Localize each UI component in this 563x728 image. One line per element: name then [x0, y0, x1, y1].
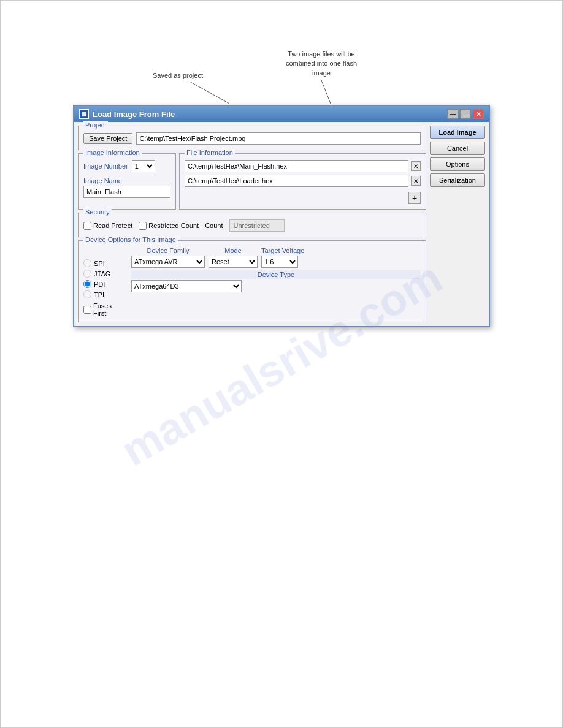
restricted-count-checkbox[interactable]	[139, 222, 147, 230]
fuses-first-checkbox[interactable]	[83, 306, 91, 314]
jtag-radio[interactable]	[83, 270, 91, 278]
image-number-row: Image Number 1 2 3	[83, 160, 170, 172]
file-remove-2-button[interactable]: ✕	[411, 176, 421, 186]
image-name-label: Image Name	[83, 177, 170, 184]
load-image-button[interactable]: Load Image	[430, 126, 485, 139]
restricted-count-label: Restricted Count	[139, 222, 199, 230]
security-label: Security	[83, 208, 112, 216]
dialog-icon: ▦	[79, 109, 89, 119]
maximize-button[interactable]: □	[460, 109, 471, 119]
mode-col-label: Mode	[209, 247, 258, 254]
spi-radio-label: SPI	[83, 259, 126, 267]
security-row: Read Protect Restricted Count Count	[83, 219, 421, 232]
device-options-section: Device Options for This Image SPI JTAG	[78, 240, 426, 322]
minimize-button[interactable]: —	[447, 109, 458, 119]
device-grid-top: Device Family ATxmega AVR ATmega ATtiny …	[131, 247, 421, 268]
page-wrapper: Saved as project Two image files will be…	[0, 0, 563, 728]
serialization-button[interactable]: Serialization	[430, 173, 485, 187]
device-type-row: Device Type ATxmega64D3 ATxmega128A1 ATx…	[131, 270, 421, 292]
target-voltage-select[interactable]: 1.6 3.3 5.0	[261, 256, 298, 268]
device-grid: Device Family ATxmega AVR ATmega ATtiny …	[131, 247, 421, 317]
file-input-2[interactable]	[185, 175, 408, 187]
dialog-titlebar: ▦ Load Image From File — □ ✕	[74, 106, 489, 122]
dialog-main: Project Save Project Image Information I…	[78, 126, 426, 322]
dialog-body: Project Save Project Image Information I…	[74, 122, 489, 326]
target-voltage-col: Target Voltage 1.6 3.3 5.0	[261, 247, 304, 268]
radio-column: SPI JTAG PDI	[83, 247, 126, 317]
image-number-label: Image Number	[83, 162, 128, 170]
titlebar-controls: — □ ✕	[447, 109, 484, 119]
device-family-select[interactable]: ATxmega AVR ATmega ATtiny AT90	[131, 256, 205, 268]
device-family-col: Device Family ATxmega AVR ATmega ATtiny …	[131, 247, 205, 268]
project-row: Save Project	[83, 132, 421, 145]
file-info-section: File Information ✕ ✕ +	[179, 153, 426, 210]
image-info-section: Image Information Image Number 1 2 3 Ima…	[78, 153, 176, 210]
middle-row: Image Information Image Number 1 2 3 Ima…	[78, 153, 426, 210]
pdi-radio-label: PDI	[83, 280, 126, 288]
pdi-radio[interactable]	[83, 280, 91, 288]
tpi-radio-label: TPI	[83, 290, 126, 298]
svg-line-0	[190, 82, 229, 104]
mode-col: Mode Reset SPI JTAG	[209, 247, 258, 268]
count-input	[229, 219, 285, 232]
add-file-button[interactable]: +	[408, 192, 421, 204]
device-options-inner: SPI JTAG PDI	[83, 247, 421, 317]
project-path-input[interactable]	[136, 132, 421, 145]
mode-select[interactable]: Reset SPI JTAG	[209, 256, 258, 268]
jtag-radio-label: JTAG	[83, 270, 126, 278]
target-voltage-col-label: Target Voltage	[261, 247, 304, 254]
svg-line-1	[321, 80, 331, 104]
options-button[interactable]: Options	[430, 157, 485, 171]
titlebar-left: ▦ Load Image From File	[79, 109, 175, 119]
device-family-col-label: Device Family	[131, 247, 205, 254]
project-section: Project Save Project	[78, 126, 426, 150]
annotation-container: Saved as project Two image files will be…	[73, 37, 490, 105]
file-info-label: File Information	[185, 149, 235, 156]
annotation-wrapper: Saved as project Two image files will be…	[73, 37, 490, 105]
security-section: Security Read Protect Restricted Count C…	[78, 213, 426, 237]
read-protect-checkbox[interactable]	[83, 222, 91, 230]
device-options-label: Device Options for This Image	[83, 236, 178, 243]
image-info-label: Image Information	[83, 149, 142, 156]
project-section-label: Project	[83, 121, 108, 129]
annotation-saved-project: Saved as project	[153, 71, 203, 80]
cancel-button[interactable]: Cancel	[430, 142, 485, 155]
dialog-title: Load Image From File	[93, 110, 175, 119]
close-button[interactable]: ✕	[473, 109, 484, 119]
dialog-sidebar: Load Image Cancel Options Serialization	[430, 126, 485, 322]
file-remove-1-button[interactable]: ✕	[411, 161, 421, 171]
image-number-select[interactable]: 1 2 3	[132, 160, 155, 172]
file-row-2: ✕	[185, 175, 421, 187]
file-input-1[interactable]	[185, 160, 408, 172]
read-protect-label: Read Protect	[83, 222, 132, 230]
annotation-two-images: Two image files will be combined into on…	[282, 50, 361, 78]
file-row-1: ✕	[185, 160, 421, 172]
tpi-radio[interactable]	[83, 290, 91, 298]
device-type-select[interactable]: ATxmega64D3 ATxmega128A1 ATxmega32A4	[131, 280, 242, 292]
image-name-input[interactable]	[83, 186, 170, 198]
save-project-button[interactable]: Save Project	[83, 133, 132, 144]
load-image-dialog: ▦ Load Image From File — □ ✕ Project Sav…	[73, 105, 490, 327]
device-type-label: Device Type	[131, 270, 421, 279]
spi-radio[interactable]	[83, 259, 91, 267]
fuses-first-label: Fuses First	[83, 302, 126, 317]
